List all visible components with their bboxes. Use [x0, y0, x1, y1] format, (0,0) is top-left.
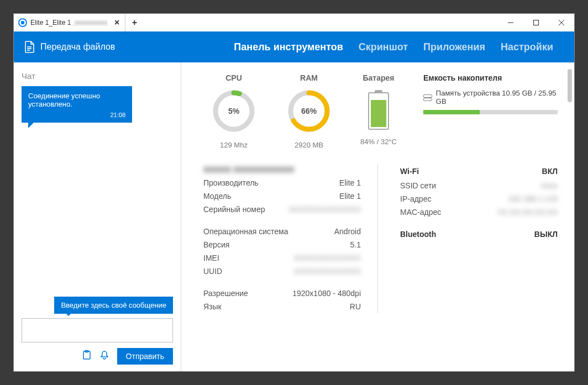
kv-value: XXXXXXXXXXXXX	[294, 254, 361, 262]
storage-text: Память устройства 10.95 GB / 25.95 GB	[436, 89, 558, 106]
kv-key: UUID	[203, 267, 222, 276]
storage-row: Память устройства 10.95 GB / 25.95 GB	[423, 89, 558, 106]
kv-value: Elite 1	[339, 178, 361, 187]
kv-key: Операционная система	[203, 227, 288, 236]
scrollbar[interactable]	[568, 69, 572, 102]
wifi-state: ВКЛ	[542, 167, 558, 176]
kv-value: 1920x1080 - 480dpi	[292, 289, 361, 298]
battery-sub: 84% / 32°C	[360, 138, 397, 146]
kv-value: 5.1	[350, 240, 361, 249]
kv-key: MAC-адрес	[400, 208, 441, 217]
ram-gauge: RAM 66% 2920 MB	[279, 73, 339, 149]
chat-input-tooltip: Введите здесь своё сообщение	[54, 297, 173, 314]
disk-icon	[423, 93, 431, 101]
kv-key: Разрешение	[203, 289, 248, 298]
kv-value: 192.168.1.123	[508, 194, 558, 203]
tab-close-button[interactable]: ×	[114, 18, 119, 28]
send-button[interactable]: Отправить	[117, 348, 173, 365]
kv-value: RU	[350, 302, 361, 311]
cpu-label: CPU	[225, 73, 242, 82]
device-row: ПроизводительElite 1	[203, 176, 361, 189]
body-area: Чат Соединение успешно установлено. 21:0…	[14, 62, 574, 371]
kv-value: XXXXXXXXXXXXXX	[288, 205, 361, 214]
info-columns: XXXXX XXXXXXXXXXX ПроизводительElite 1Мо…	[203, 165, 558, 313]
chat-sidebar: Чат Соединение успешно установлено. 21:0…	[14, 62, 181, 371]
kv-key: Версия	[203, 240, 229, 249]
tab-apps[interactable]: Приложения	[423, 41, 485, 53]
tab-title: Elite 1_Elite 1_xxxxxxxxxx	[30, 19, 108, 27]
window-controls	[498, 14, 574, 31]
kv-key: SSID сети	[400, 181, 436, 190]
device-row: Операционная системаAndroid	[203, 225, 361, 238]
cpu-sub: 129 Mhz	[220, 141, 248, 149]
svg-rect-1	[534, 20, 539, 25]
chat-actions: Отправить	[14, 342, 181, 365]
device-heading: XXXXX XXXXXXXXXXX	[203, 165, 361, 174]
bluetooth-heading: Bluetooth ВЫКЛ	[400, 228, 558, 242]
wifi-heading: Wi-Fi ВКЛ	[400, 165, 558, 179]
teamviewer-icon	[18, 18, 27, 27]
cpu-gauge: CPU 5% 129 Mhz	[203, 73, 264, 149]
device-row: ЯзыкRU	[203, 300, 361, 313]
file-transfer-button[interactable]: Передача файлов	[24, 41, 115, 53]
kv-key: IMEI	[203, 254, 219, 262]
titlebar: Elite 1_Elite 1_xxxxxxxxxx × +	[14, 14, 574, 31]
kv-value: XXXXXXXXXXXXX	[294, 267, 361, 276]
bluetooth-state: ВЫКЛ	[534, 230, 558, 239]
ram-ring: 66%	[287, 89, 331, 133]
wifi-label: Wi-Fi	[400, 167, 419, 176]
close-button[interactable]	[549, 14, 574, 31]
chat-message-text: Соединение успешно установлено.	[28, 92, 125, 108]
tab-settings[interactable]: Настройки	[501, 41, 553, 53]
maximize-button[interactable]	[523, 14, 549, 31]
device-info: XXXXX XXXXXXXXXXX ПроизводительElite 1Мо…	[203, 165, 378, 313]
kv-value: Android	[334, 227, 361, 236]
battery-label: Батарея	[363, 73, 395, 82]
device-row: МодельElite 1	[203, 189, 361, 203]
kv-value: XX:XX:XX:XX:XX	[497, 208, 558, 217]
device-row: UUIDXXXXXXXXXXXXX	[203, 265, 361, 278]
new-tab-button[interactable]: +	[125, 18, 143, 28]
chat-message-time: 21:08	[28, 112, 125, 118]
tab-screenshot[interactable]: Скриншот	[359, 41, 408, 53]
ram-label: RAM	[300, 73, 318, 82]
cpu-ring: 5%	[212, 89, 256, 133]
device-row: Серийный номерXXXXXXXXXXXXXX	[203, 203, 361, 216]
clipboard-icon[interactable]	[82, 350, 92, 362]
dashboard-panel: CPU 5% 129 Mhz RAM 66% 2920 MB	[181, 62, 574, 371]
kv-value: Xxxx	[541, 181, 558, 190]
battery-icon	[368, 92, 389, 130]
cpu-value: 5%	[212, 89, 256, 133]
ram-sub: 2920 MB	[295, 141, 323, 149]
minimize-button[interactable]	[498, 14, 523, 31]
kv-key: IP-адрес	[400, 194, 431, 203]
ram-value: 66%	[287, 89, 331, 133]
file-transfer-label: Передача файлов	[40, 42, 115, 52]
chat-message: Соединение успешно установлено. 21:08	[22, 86, 132, 123]
storage-title: Емкость накопителя	[423, 73, 558, 82]
kv-key: Производитель	[203, 178, 259, 187]
app-window: Elite 1_Elite 1_xxxxxxxxxx × + Передача	[13, 13, 575, 372]
chat-input[interactable]	[22, 318, 173, 342]
chat-title: Чат	[14, 69, 181, 86]
storage-block: Емкость накопителя Память устройства 10.…	[423, 73, 558, 114]
device-row: Версия5.1	[203, 238, 361, 251]
storage-bar	[423, 110, 558, 114]
wifi-row: IP-адрес192.168.1.123	[400, 192, 558, 205]
gauges-row: CPU 5% 129 Mhz RAM 66% 2920 MB	[203, 73, 558, 149]
main-tabs: Панель инструментов Скриншот Приложения …	[234, 41, 553, 53]
tab-dashboard[interactable]: Панель инструментов	[234, 41, 343, 53]
battery-gauge: Батарея 84% / 32°C	[354, 73, 403, 146]
file-transfer-icon	[24, 41, 35, 53]
wifi-row: SSID сетиXxxx	[400, 179, 558, 192]
network-info: Wi-Fi ВКЛ SSID сетиXxxxIP-адрес192.168.1…	[400, 165, 558, 313]
bell-icon[interactable]	[99, 350, 109, 362]
wifi-row: MAC-адресXX:XX:XX:XX:XX	[400, 205, 558, 219]
kv-key: Серийный номер	[203, 205, 265, 214]
device-row: Разрешение1920x1080 - 480dpi	[203, 287, 361, 300]
device-row: IMEIXXXXXXXXXXXXX	[203, 251, 361, 265]
header-bar: Передача файлов Панель инструментов Скри…	[14, 31, 574, 62]
kv-value: Elite 1	[339, 192, 361, 201]
bluetooth-label: Bluetooth	[400, 230, 436, 239]
browser-tab[interactable]: Elite 1_Elite 1_xxxxxxxxxx ×	[14, 14, 125, 31]
